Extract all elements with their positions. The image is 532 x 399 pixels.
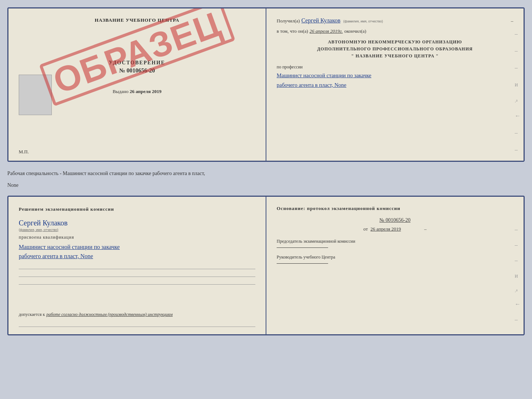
resheniem-text: Решением экзаменационной комиссии	[19, 206, 255, 213]
bottom-name-value: Сергей Кулаков	[19, 219, 255, 227]
school-name-top: НАЗВАНИЕ УЧЕБНОГО ЦЕНТРА	[19, 17, 255, 23]
org-block: АВТОНОМНУЮ НЕКОММЕРЧЕСКУЮ ОРГАНИЗАЦИЮ ДО…	[277, 39, 513, 60]
familia-label: (фамилия, имя, отчество)	[343, 19, 383, 23]
vydano-label: Выдано	[112, 89, 128, 94]
line-3	[19, 278, 255, 285]
specialty-line: Рабочая специальность - Машинист насосно…	[7, 168, 525, 179]
okonchil-label: окончил(а)	[344, 28, 366, 34]
rukovoditel-signature-line	[277, 263, 328, 264]
bottom-document: Решением экзаменационной комиссии Сергей…	[7, 196, 525, 335]
qual-line-1: Машинист насосной станции по закачке	[19, 242, 255, 252]
dopuskaetsya-block: допускается к работе согласно должностны…	[19, 311, 255, 328]
po-professii: по профессии	[277, 64, 513, 70]
predsedatel-signature-line	[277, 247, 328, 248]
dopuskaetsya-label: допускается к	[19, 312, 45, 317]
vtom-line: в том, что он(а) 26 апреля 2019г. окончи…	[277, 28, 513, 34]
protocol-date: от 26 апреля 2019 –	[277, 226, 513, 232]
udostoverenie-number: № 0010656-20	[19, 67, 255, 74]
vydano-block: Выдано 26 апреля 2019	[19, 89, 255, 95]
dopuskaetsya-value: работе согласно должностным (производств…	[46, 312, 173, 317]
page-wrapper: НАЗВАНИЕ УЧЕБНОГО ЦЕНТРА ОБРАЗЕЦ УДОСТОВ…	[7, 7, 525, 335]
bottom-left-lines	[19, 263, 255, 285]
doc-right: Получил(а) Сергей Кулаков (фамилия, имя,…	[266, 8, 524, 161]
poluchil-value: Сергей Кулаков	[301, 17, 340, 24]
top-document: НАЗВАНИЕ УЧЕБНОГО ЦЕНТРА ОБРАЗЕЦ УДОСТОВ…	[7, 7, 525, 162]
dopuskaetsya-lines	[19, 320, 255, 327]
doc-left: НАЗВАНИЕ УЧЕБНОГО ЦЕНТРА ОБРАЗЕЦ УДОСТОВ…	[8, 8, 266, 161]
protocol-number: № 0010656-20	[277, 217, 513, 223]
d-line-1	[19, 320, 255, 327]
specialty-line-2: None	[7, 179, 525, 191]
bottom-right: Основание: протокол экзаменационной коми…	[266, 197, 524, 334]
poluchil-line: Получил(а) Сергей Кулаков (фамилия, имя,…	[277, 17, 513, 24]
line-2	[19, 270, 255, 277]
org-line-1: АВТОНОМНУЮ НЕКОММЕРЧЕСКУЮ ОРГАНИЗАЦИЮ	[277, 39, 513, 46]
protocol-date-value: 26 апреля 2019	[370, 226, 401, 232]
osnovanie-text: Основание: протокол экзаменационной коми…	[277, 206, 513, 211]
vydano-date: 26 апреля 2019	[130, 89, 162, 94]
udostoverenie-block: УДОСТОВЕРЕНИЕ № 0010656-20	[19, 60, 255, 74]
profession-line-1: Машинист насосной станции по закачке	[277, 71, 513, 80]
right-dashes: – – – и ¸а ← – – – –	[515, 31, 521, 162]
photo-placeholder	[19, 75, 52, 115]
chairman-block: Председатель экзаменационной комиссии	[277, 238, 513, 248]
org-line-3: " НАЗВАНИЕ УЧЕБНОГО ЦЕНТРА "	[277, 53, 513, 60]
qual-line-2: рабочего агента в пласт, None	[19, 252, 255, 261]
mp-text: М.П.	[19, 149, 29, 155]
predsedatel-label: Председатель экзаменационной комиссии	[277, 238, 513, 245]
bottom-left: Решением экзаменационной комиссии Сергей…	[8, 197, 266, 334]
profession-line-2: рабочего агента в пласт, None	[277, 81, 513, 89]
bottom-right-dashes: – – – и ¸а ← – – – –	[515, 226, 521, 335]
specialty-section: Рабочая специальность - Машинист насосно…	[7, 165, 525, 192]
bottom-name-label: (фамилия, имя, отчество)	[19, 228, 255, 232]
vtom-date: 26 апреля 2019г.	[310, 28, 343, 34]
vtom-label: в том, что он(а)	[277, 28, 308, 34]
prisvoena-text: присвоена квалификация	[19, 235, 255, 240]
rukovoditel-block: Руководитель учебного Центра	[277, 254, 513, 264]
udostoverenie-title: УДОСТОВЕРЕНИЕ	[19, 60, 255, 66]
org-line-2: ДОПОЛНИТЕЛЬНОГО ПРОФЕССИОНАЛЬНОГО ОБРАЗО…	[277, 46, 513, 53]
protocol-date-prefix: от	[363, 226, 368, 232]
line-1	[19, 263, 255, 269]
rukovoditel-label: Руководитель учебного Центра	[277, 254, 513, 260]
poluchil-label: Получил(а)	[277, 18, 300, 24]
dash-1: –	[511, 18, 514, 24]
